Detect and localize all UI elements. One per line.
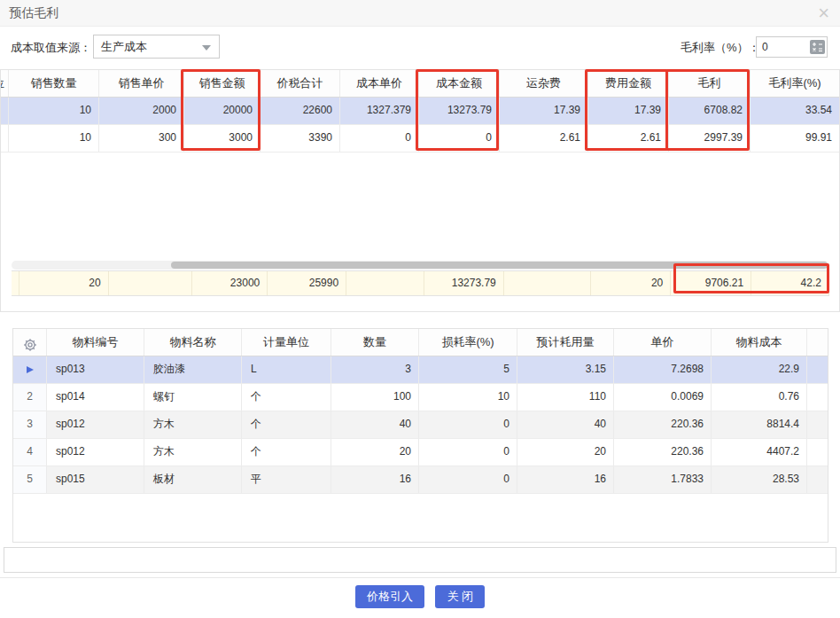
cell: sp012 bbox=[47, 439, 144, 465]
scrollbar-thumb[interactable] bbox=[171, 262, 828, 269]
close-icon[interactable]: × bbox=[818, 0, 829, 27]
cell: 13273.79 bbox=[419, 98, 500, 124]
cell: 0 bbox=[419, 466, 517, 493]
cell: 3000 bbox=[184, 125, 261, 152]
materials-table: 物料编号 物料名称 计量单位 数量 损耗率(%) 预计耗用量 单价 物料成本 s… bbox=[12, 328, 828, 543]
cell: 1327.379 bbox=[340, 98, 419, 124]
cell: 3390 bbox=[261, 125, 340, 152]
cell: 2997.39 bbox=[669, 125, 751, 152]
table-row[interactable]: 10 300 3000 3390 0 0 2.61 2.61 2997.39 9… bbox=[1, 125, 839, 153]
cell: 螺钉 bbox=[144, 384, 242, 411]
cell: L bbox=[242, 356, 331, 383]
cell: 20000 bbox=[184, 98, 261, 124]
column-header-unit: 计量单位 bbox=[242, 329, 331, 356]
footer-divider bbox=[0, 577, 840, 578]
empty-grid-area bbox=[1, 153, 839, 262]
row-number: 4 bbox=[13, 439, 47, 465]
margin-rate-field-wrap bbox=[756, 36, 828, 58]
cell: 40 bbox=[331, 411, 419, 438]
table-row[interactable]: sp013 胶油漆 L 3 5 3.15 7.2698 22.9 bbox=[13, 356, 828, 384]
cell: 方木 bbox=[144, 439, 242, 465]
cost-source-label: 成本取值来源： bbox=[11, 40, 91, 56]
column-header-freight: 运杂费 bbox=[500, 70, 588, 97]
row-number: 5 bbox=[13, 466, 47, 493]
summary-cell: 20 bbox=[19, 271, 109, 295]
summary-cell: 9706.21 bbox=[671, 271, 751, 295]
row-number: 2 bbox=[13, 384, 47, 411]
summary-cell: 13273.79 bbox=[424, 271, 504, 295]
column-header-material-cost: 物料成本 bbox=[712, 329, 807, 356]
column-config-cell bbox=[13, 329, 47, 356]
cell: sp013 bbox=[47, 356, 144, 383]
close-button[interactable]: 关 闭 bbox=[435, 585, 485, 608]
cell: 10 bbox=[9, 98, 99, 124]
cell: 10 bbox=[419, 384, 517, 411]
triangle-right-icon bbox=[27, 366, 34, 373]
table-row[interactable]: 4 sp012 方木 个 20 0 20 220.36 4407.2 bbox=[13, 439, 828, 466]
cell: 方木 bbox=[144, 411, 242, 438]
cost-source-select[interactable]: 生产成本 bbox=[93, 35, 220, 59]
table-row[interactable]: 10 2000 20000 22600 1327.379 13273.79 17… bbox=[1, 98, 839, 125]
cell: 16 bbox=[517, 466, 614, 493]
cell: 2000 bbox=[99, 98, 184, 124]
cell: 3.15 bbox=[517, 356, 614, 383]
cell: 3 bbox=[331, 356, 419, 383]
sales-table: 位 销售数量 销售单价 销售金额 价税合计 成本单价 成本金额 运杂费 费用金额… bbox=[0, 69, 840, 312]
cell: 0 bbox=[340, 125, 419, 152]
cell: 20 bbox=[517, 439, 614, 465]
cell: 1.7833 bbox=[614, 466, 712, 493]
summary-cell bbox=[346, 271, 424, 295]
table-row[interactable]: 3 sp012 方木 个 40 0 40 220.36 8814.4 bbox=[13, 411, 828, 439]
column-header-gross-profit: 毛利 bbox=[669, 70, 751, 97]
materials-table-header: 物料编号 物料名称 计量单位 数量 损耗率(%) 预计耗用量 单价 物料成本 bbox=[13, 329, 828, 356]
cell: 22.9 bbox=[712, 356, 807, 383]
margin-rate-input[interactable] bbox=[757, 37, 808, 57]
cell: 胶油漆 bbox=[144, 356, 242, 383]
cell: 5 bbox=[419, 356, 517, 383]
dialog-titlebar: 预估毛利 × bbox=[0, 0, 840, 27]
cell: 33.54 bbox=[751, 98, 839, 124]
toolbar: 成本取值来源： 生产成本 毛利率（%）： bbox=[0, 27, 840, 67]
cell: 100 bbox=[331, 384, 419, 411]
grid-footer-strip bbox=[4, 547, 836, 573]
table-row[interactable]: 2 sp014 螺钉 个 100 10 110 0.0069 0.76 bbox=[13, 384, 828, 411]
table-row[interactable]: 5 sp015 板材 平 16 0 16 1.7833 28.53 bbox=[13, 466, 828, 494]
cell: 99.91 bbox=[751, 125, 839, 152]
cell: 0 bbox=[419, 411, 517, 438]
cell: 2.61 bbox=[500, 125, 588, 152]
cell: sp014 bbox=[47, 384, 144, 411]
column-header-qty: 数量 bbox=[331, 329, 419, 356]
cell: 2.61 bbox=[588, 125, 669, 152]
horizontal-scrollbar[interactable] bbox=[12, 261, 828, 270]
cell: 0.0069 bbox=[614, 384, 712, 411]
button-bar: 价格引入 关 闭 bbox=[0, 585, 840, 608]
cell: sp015 bbox=[47, 466, 144, 493]
summary-row: 20 23000 25990 13273.79 20 9706.21 42.2 bbox=[12, 270, 829, 296]
cell: 个 bbox=[242, 384, 331, 411]
cell: sp012 bbox=[47, 411, 144, 438]
column-header-sales-price: 销售单价 bbox=[99, 70, 184, 97]
cell: 22600 bbox=[261, 98, 340, 124]
cell: 0 bbox=[419, 125, 500, 152]
cell: 300 bbox=[99, 125, 184, 152]
cell: 16 bbox=[331, 466, 419, 493]
summary-cell: 20 bbox=[591, 271, 671, 295]
column-header-cost-price: 成本单价 bbox=[340, 70, 419, 97]
column-header-sales-amount: 销售金额 bbox=[184, 70, 261, 97]
cell: 10 bbox=[9, 125, 99, 152]
summary-cell bbox=[109, 271, 193, 295]
calculator-icon[interactable] bbox=[810, 40, 825, 54]
cell: 220.36 bbox=[614, 439, 712, 465]
cell: 4407.2 bbox=[712, 439, 807, 465]
column-header-unit-clipped: 位 bbox=[1, 70, 9, 97]
chevron-down-icon bbox=[202, 45, 211, 51]
cell: 0.76 bbox=[712, 384, 807, 411]
column-header-material-name: 物料名称 bbox=[144, 329, 242, 356]
cell: 平 bbox=[242, 466, 331, 493]
cell: 28.53 bbox=[712, 466, 807, 493]
gear-icon[interactable] bbox=[23, 335, 37, 356]
price-import-button[interactable]: 价格引入 bbox=[355, 585, 424, 608]
cell: 17.39 bbox=[588, 98, 669, 124]
column-header-tax-total: 价税合计 bbox=[261, 70, 340, 97]
row-number: 3 bbox=[13, 411, 47, 438]
